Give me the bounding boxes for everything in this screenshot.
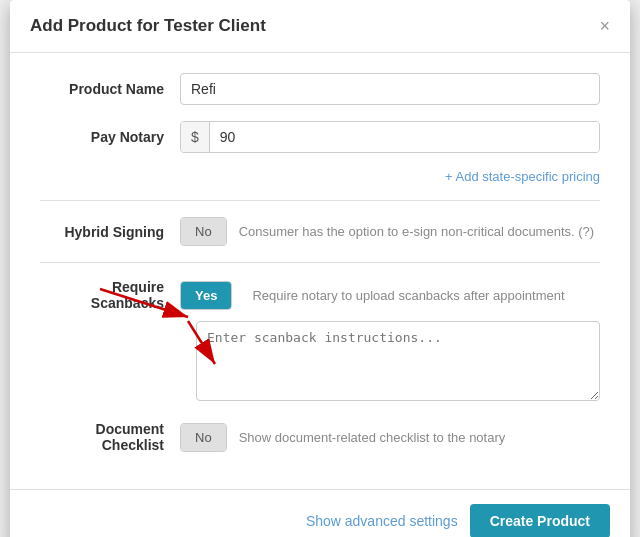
- product-name-label: Product Name: [40, 81, 180, 97]
- hybrid-signing-label: Hybrid Signing: [40, 224, 180, 240]
- document-checklist-label: Document Checklist: [40, 421, 180, 453]
- hybrid-signing-no-btn[interactable]: No: [181, 218, 226, 245]
- modal-header: Add Product for Tester Client ×: [10, 0, 630, 53]
- add-state-row: + Add state-specific pricing: [40, 169, 600, 184]
- require-scanbacks-yes-btn[interactable]: Yes: [181, 282, 231, 309]
- show-advanced-link[interactable]: Show advanced settings: [306, 513, 458, 529]
- hybrid-signing-toggle[interactable]: No: [180, 217, 227, 246]
- modal-title: Add Product for Tester Client: [30, 16, 266, 36]
- require-scanbacks-toggle[interactable]: Yes: [180, 281, 232, 310]
- pay-notary-input[interactable]: [210, 122, 599, 152]
- document-checklist-hint: Show document-related checklist to the n…: [239, 430, 506, 445]
- document-checklist-toggle[interactable]: No: [180, 423, 227, 452]
- add-state-link[interactable]: + Add state-specific pricing: [445, 169, 600, 184]
- product-name-input[interactable]: [180, 73, 600, 105]
- pay-notary-input-wrap: $: [180, 121, 600, 153]
- pay-notary-label: Pay Notary: [40, 129, 180, 145]
- modal-container: Add Product for Tester Client × Product …: [10, 0, 630, 537]
- scanback-instructions-input[interactable]: [196, 321, 600, 401]
- require-scanbacks-label: Require Scanbacks: [40, 279, 180, 311]
- close-button[interactable]: ×: [599, 17, 610, 35]
- hybrid-signing-row: Hybrid Signing No Consumer has the optio…: [40, 217, 600, 246]
- divider-2: [40, 262, 600, 263]
- document-checklist-row: Document Checklist No Show document-rela…: [40, 421, 600, 453]
- scanback-instructions-wrap: [196, 321, 600, 405]
- document-checklist-no-btn[interactable]: No: [181, 424, 226, 451]
- create-product-button[interactable]: Create Product: [470, 504, 610, 537]
- modal-footer: Show advanced settings Create Product: [10, 489, 630, 537]
- hybrid-signing-hint: Consumer has the option to e-sign non-cr…: [239, 224, 595, 239]
- require-scanbacks-hint: Require notary to upload scanbacks after…: [252, 288, 564, 303]
- product-name-row: Product Name: [40, 73, 600, 105]
- pay-notary-row: Pay Notary $: [40, 121, 600, 153]
- currency-symbol: $: [181, 122, 210, 152]
- divider-1: [40, 200, 600, 201]
- modal-body: Product Name Pay Notary $ + Add state-sp…: [10, 53, 630, 489]
- require-scanbacks-row: Require Scanbacks Yes Require notary to …: [40, 279, 600, 311]
- require-scanbacks-section: Require Scanbacks Yes Require notary to …: [40, 279, 600, 405]
